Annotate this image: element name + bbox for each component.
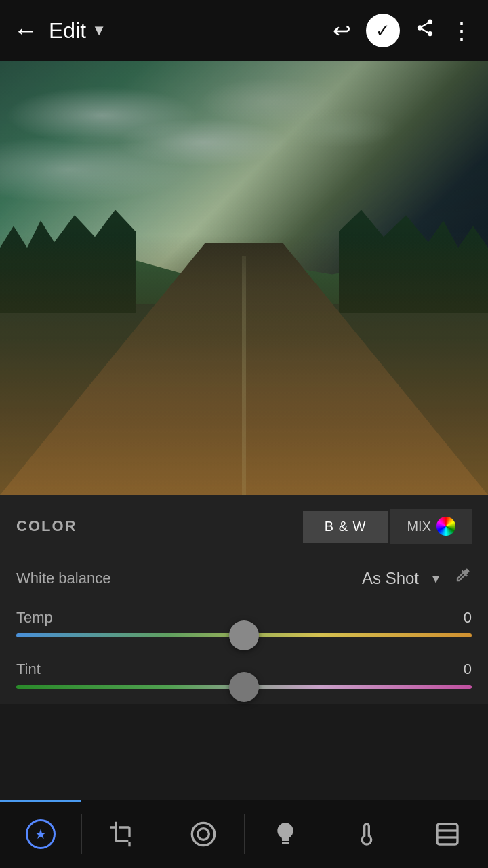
nav-detail[interactable]: [163, 800, 244, 868]
light-icon: [272, 821, 299, 848]
temp-label: Temp: [16, 609, 53, 627]
temp-thumb[interactable]: [229, 620, 259, 650]
thermometer-icon: [353, 821, 380, 848]
detail-icon-wrap: [190, 821, 217, 848]
light-icon-wrap: [272, 821, 299, 848]
wb-value: As Shot: [362, 569, 419, 588]
color-section-label: COLOR: [16, 517, 303, 535]
bw-button[interactable]: B & W: [303, 511, 388, 542]
nav-crop[interactable]: [82, 800, 163, 868]
nav-light[interactable]: [245, 800, 326, 868]
nav-color[interactable]: [326, 800, 407, 868]
svg-point-1: [198, 829, 209, 840]
svg-point-0: [192, 823, 215, 845]
color-grade-overlay: [0, 61, 488, 495]
undo-button[interactable]: ↩: [333, 18, 351, 43]
tint-value: 0: [464, 660, 472, 678]
edit-title[interactable]: Edit ▼: [49, 18, 326, 43]
more-button[interactable]: ⋮: [450, 17, 474, 44]
wb-dropdown-icon[interactable]: ▾: [432, 570, 439, 587]
photo-preview: [0, 61, 488, 495]
mix-color-wheel: [436, 517, 455, 536]
eyedropper-button[interactable]: [453, 566, 472, 590]
color-icon-wrap: [353, 821, 380, 848]
temp-slider-row: Temp 0: [0, 601, 488, 652]
share-button[interactable]: [415, 18, 435, 43]
mix-label: MIX: [407, 519, 431, 534]
presets-icon: [26, 819, 56, 849]
wb-selector[interactable]: As Shot ▾: [362, 569, 453, 588]
temp-track[interactable]: [16, 633, 472, 637]
effects-icon-wrap: [434, 821, 461, 848]
svg-rect-2: [437, 824, 458, 844]
top-bar: ← Edit ▼ ↩ ✓ ⋮: [0, 0, 488, 61]
confirm-button[interactable]: ✓: [366, 14, 400, 47]
photo-scene: [0, 61, 488, 495]
detail-icon: [190, 821, 217, 848]
effects-icon: [434, 821, 461, 848]
wb-label: White balance: [16, 570, 362, 587]
temp-value: 0: [464, 609, 472, 627]
bottom-nav: [0, 800, 488, 868]
mix-button[interactable]: MIX: [390, 509, 472, 544]
crop-icon-wrap: [109, 821, 136, 848]
tint-label: Tint: [16, 660, 41, 678]
presets-icon-wrap: [26, 819, 56, 849]
back-button[interactable]: ←: [14, 16, 38, 45]
title-chevron: ▼: [92, 22, 106, 39]
tint-slider-row: Tint 0: [0, 652, 488, 704]
color-header: COLOR B & W MIX: [0, 495, 488, 555]
tint-track[interactable]: [16, 685, 472, 689]
nav-presets[interactable]: [0, 800, 81, 868]
title-text: Edit: [49, 18, 86, 43]
top-bar-actions: ↩ ✓ ⋮: [333, 14, 474, 47]
white-balance-row: White balance As Shot ▾: [0, 555, 488, 601]
edit-panel: COLOR B & W MIX White balance As Shot ▾ …: [0, 495, 488, 704]
nav-effects[interactable]: [407, 800, 488, 868]
tint-thumb[interactable]: [229, 672, 259, 702]
crop-icon: [109, 821, 136, 848]
